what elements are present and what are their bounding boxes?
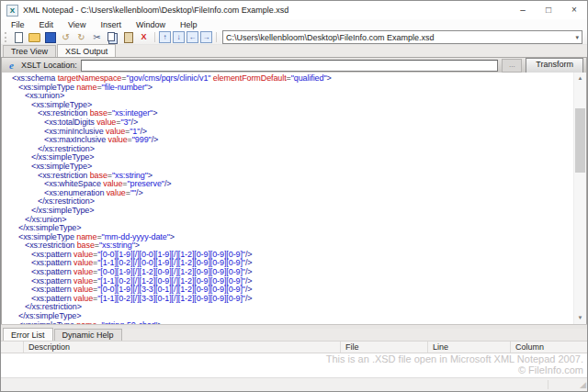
xml-code-line: </xs:restriction> [2,303,573,312]
menu-item-window[interactable]: Window [129,20,173,29]
file-path-value: C:\Users\kellenbloom\Desktop\FileInfo.co… [226,33,435,42]
column-header-file[interactable]: File [341,342,428,353]
open-file-icon[interactable] [28,31,41,43]
xml-notepad-window: X XML Notepad - C:\Users\kellenbloom\Des… [0,0,588,392]
nudge-up-icon[interactable]: ↑ [159,31,171,43]
toolbar-separator [154,32,155,42]
new-file-icon[interactable] [12,31,26,43]
file-path-combobox[interactable]: C:\Users\kellenbloom\Desktop\FileInfo.co… [222,30,582,44]
save-icon[interactable] [43,31,57,43]
column-header-line[interactable]: Line [428,342,511,353]
toolbar-separator [216,32,217,42]
resize-grip[interactable]: ◢ [580,378,587,391]
xml-code-line: </xs:simpleType> [2,207,573,216]
scrollbar-thumb[interactable] [575,108,585,173]
browse-button[interactable]: ... [502,59,522,73]
menu-item-view[interactable]: View [61,20,93,29]
window-title: XML Notepad - C:\Users\kellenbloom\Deskt… [23,6,288,15]
scrollbar-track[interactable] [574,84,586,312]
tab-xsl-output[interactable]: XSL Output [57,44,116,57]
toolbar: ↺↻✂X↑↓←→ C:\Users\kellenbloom\Desktop\Fi… [1,30,587,45]
menu-item-file[interactable]: File [4,20,32,29]
transform-button[interactable]: Transform [526,58,583,73]
tab-dynamic-help[interactable]: Dynamic Help [54,329,122,341]
menu-bar: FileEditViewInsertWindowHelp [1,19,587,30]
xslt-location-input[interactable] [81,60,499,72]
column-header-column[interactable]: Column [511,342,587,353]
internet-explorer-icon: e [6,60,17,72]
scroll-up-icon[interactable]: ▲ [574,73,586,84]
vertical-scrollbar[interactable]: ▲ ▼ [573,73,586,324]
tab-error-list[interactable]: Error List [3,328,53,341]
error-panel-tabstrip: Error ListDynamic Help [1,329,587,341]
cut-icon[interactable]: ✂ [90,31,104,43]
watermark-credit: © FileInfo.com [1,364,583,375]
delete-icon[interactable]: X [137,31,151,43]
menu-item-help[interactable]: Help [173,20,205,29]
view-tabstrip: Tree ViewXSL Output [1,45,587,57]
minimize-button[interactable]: – [510,1,536,19]
app-icon: X [6,5,18,17]
column-header-description[interactable]: Description [24,342,341,353]
xml-code-line: <xs:pattern value="[1-1][0-2][/][3-3][0-… [2,295,573,304]
xml-code-line: <xs:simpleType name="file-number"> [2,84,573,93]
title-bar: X XML Notepad - C:\Users\kellenbloom\Des… [1,1,587,19]
xslt-location-label: XSLT Location: [21,61,77,70]
maximize-button[interactable]: □ [536,1,561,19]
watermark-text: This is an .XSD file open in Microsoft X… [1,353,583,364]
chevron-down-icon[interactable]: ▾ [575,34,582,41]
xslt-location-bar: e XSLT Location: ... Transform [1,57,587,73]
toolbar-buttons: ↺↻✂X↑↓←→ [11,31,220,43]
xsl-output-code[interactable]: <xs:schema targetNamespace="gov/cms/pqrs… [2,73,573,324]
close-button[interactable]: × [561,1,587,19]
scroll-down-icon[interactable]: ▼ [574,312,586,324]
nudge-left-icon[interactable]: ← [187,31,198,43]
copy-icon[interactable] [106,31,119,43]
status-bar: ◢ [1,377,587,391]
window-controls: –□× [510,1,587,19]
undo-icon[interactable]: ↺ [59,31,73,43]
tab-tree-view[interactable]: Tree View [3,45,56,57]
statusbar-separator [548,380,548,389]
error-icon-column-header [1,342,24,353]
error-list-body: This is an .XSD file open in Microsoft X… [1,353,587,377]
error-list-header: DescriptionFileLineColumn [1,341,587,353]
toolbar-grip-handle[interactable] [5,32,9,42]
nudge-right-icon[interactable]: → [200,31,212,43]
xml-code-line: </xs:union> [2,216,573,225]
redo-icon[interactable]: ↻ [74,31,88,43]
paste-icon[interactable] [121,31,135,43]
menu-item-edit[interactable]: Edit [32,20,62,29]
menu-item-insert[interactable]: Insert [93,20,129,29]
nudge-down-icon[interactable]: ↓ [173,31,185,43]
xsl-output-panel: <xs:schema targetNamespace="gov/cms/pqrs… [1,73,587,324]
